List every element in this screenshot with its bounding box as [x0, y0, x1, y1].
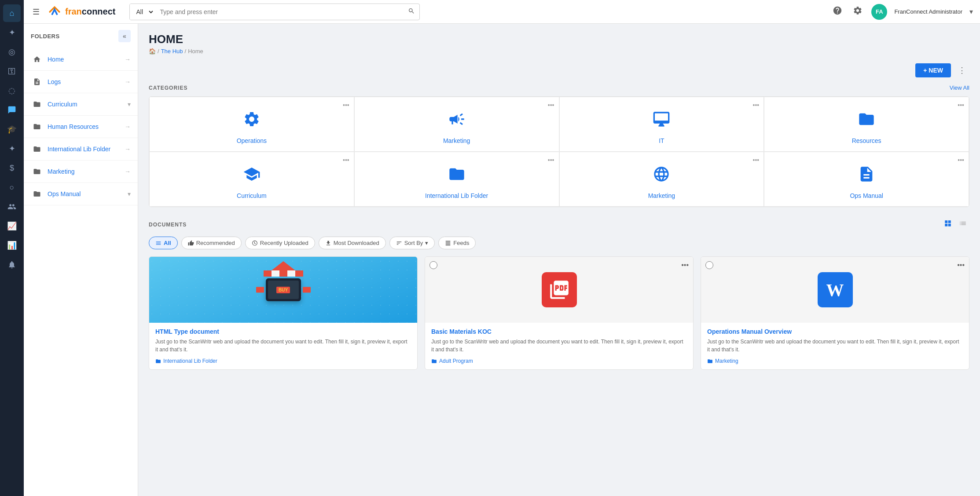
more-options-button[interactable]: ⋮ — [954, 64, 969, 77]
filter-all-label: All — [164, 240, 171, 246]
documents-grid: ••• BUY — [149, 256, 969, 370]
doc-card-header-ops: ••• W — [701, 257, 969, 323]
folders-sidebar: FOLDERS « Home → Logs → — [24, 24, 138, 496]
doc-desc-ops: Just go to the ScanWritr web and upload … — [707, 338, 963, 354]
hr-folder-icon — [31, 120, 43, 133]
breadcrumb-separator2: / — [185, 48, 187, 55]
sidebar-item-ops-manual[interactable]: Ops Manual ▾ — [24, 183, 138, 205]
category-card-intl-lib[interactable]: ••• International Lib Folder — [354, 152, 559, 207]
doc-select-basic[interactable] — [429, 261, 437, 269]
nav-chat-icon[interactable] — [3, 101, 21, 119]
new-button[interactable]: + NEW — [915, 63, 951, 77]
sidebar-item-marketing[interactable]: Marketing → — [24, 160, 138, 183]
curriculum-label: Curriculum — [237, 192, 267, 199]
operations-more-button[interactable]: ••• — [343, 102, 349, 109]
category-card-marketing2[interactable]: ••• Marketing — [559, 152, 764, 207]
filter-all-button[interactable]: All — [149, 237, 178, 249]
ops-manual-icon — [858, 165, 875, 187]
nav-people-icon[interactable] — [3, 198, 21, 215]
sidebar-hr-arrow: → — [125, 123, 131, 130]
sidebar-home-arrow: → — [125, 56, 131, 63]
hamburger-button[interactable]: ☰ — [31, 5, 41, 18]
doc-card-body-ops: Operations Manual Overview Just go to th… — [701, 323, 969, 369]
sidebar-logs-arrow: → — [125, 78, 131, 85]
sidebar-marketing-label: Marketing — [48, 168, 125, 175]
category-card-resources[interactable]: ••• Resources — [764, 97, 969, 152]
logo-fran: fran — [65, 7, 82, 16]
search-button[interactable] — [404, 7, 419, 16]
doc-folder-name-basic: Adult Program — [439, 358, 473, 364]
marketing2-more-button[interactable]: ••• — [753, 157, 760, 164]
doc-folder-html[interactable]: International Lib Folder — [155, 358, 411, 364]
nav-grad-icon[interactable]: 🎓 — [3, 120, 21, 138]
nav-chart-icon[interactable]: 📊 — [3, 237, 21, 254]
nav-analytics-icon[interactable]: ✦ — [3, 24, 21, 41]
sidebar-item-hr[interactable]: Human Resources → — [24, 116, 138, 138]
sidebar-item-curriculum[interactable]: Curriculum ▾ — [24, 93, 138, 116]
list-view-button[interactable] — [956, 218, 969, 231]
category-card-marketing[interactable]: ••• Marketing — [354, 97, 559, 152]
doc-folder-ops[interactable]: Marketing — [707, 358, 963, 364]
filter-recommended-button[interactable]: Recommended — [181, 237, 242, 249]
sidebar-item-home[interactable]: Home → — [24, 48, 138, 71]
nav-bell-icon[interactable] — [3, 256, 21, 274]
user-chevron-icon[interactable]: ▾ — [969, 7, 973, 16]
categories-grid: ••• Operations ••• Marketing — [149, 97, 969, 207]
nav-globe-icon[interactable]: ○ — [3, 179, 21, 196]
nav-star-icon[interactable]: ✦ — [3, 140, 21, 157]
left-navigation: ⌂ ✦ ◎ ⚿ ◌ 🎓 ✦ $ ○ 📈 📊 — [0, 0, 24, 496]
resources-more-button[interactable]: ••• — [958, 102, 964, 109]
it-more-button[interactable]: ••• — [753, 102, 760, 109]
doc-folder-basic[interactable]: Adult Program — [431, 358, 687, 364]
grid-view-button[interactable] — [941, 218, 954, 231]
doc-select-ops[interactable] — [705, 261, 713, 269]
search-input[interactable] — [154, 4, 404, 20]
filter-recently-button[interactable]: Recently Uploaded — [245, 237, 315, 249]
user-name-label[interactable]: FranConnect Administrator — [894, 8, 962, 15]
breadcrumb-current: Home — [188, 48, 203, 55]
nav-circle-icon[interactable]: ◌ — [3, 82, 21, 99]
nav-money-icon[interactable]: $ — [3, 159, 21, 177]
nav-home-icon[interactable]: ⌂ — [3, 4, 21, 22]
filter-feeds-button[interactable]: Feeds — [438, 237, 476, 249]
doc-more-basic[interactable]: ••• — [681, 261, 689, 269]
sidebar-item-international[interactable]: International Lib Folder → — [24, 138, 138, 160]
doc-card-header-html: ••• BUY — [149, 257, 417, 323]
curriculum-more-button[interactable]: ••• — [343, 157, 349, 164]
intl-lib-icon — [448, 165, 466, 187]
sidebar-collapse-button[interactable]: « — [118, 30, 131, 42]
intl-lib-more-button[interactable]: ••• — [548, 157, 554, 164]
filter-downloaded-button[interactable]: Most Downloaded — [319, 237, 386, 249]
category-card-curriculum[interactable]: ••• Curriculum — [149, 152, 354, 207]
ops-manual-more-button[interactable]: ••• — [958, 157, 964, 164]
sidebar-curriculum-chevron: ▾ — [128, 101, 131, 108]
documents-title: DOCUMENTS — [149, 222, 187, 228]
category-card-ops-manual[interactable]: ••• Ops Manual — [764, 152, 969, 207]
resources-icon — [858, 110, 875, 132]
category-card-it[interactable]: ••• IT — [559, 97, 764, 152]
doc-more-ops[interactable]: ••• — [957, 261, 965, 269]
nav-eye-icon[interactable]: ◎ — [3, 43, 21, 61]
search-filter-select[interactable]: All — [130, 4, 154, 20]
curriculum-folder-icon — [31, 98, 43, 110]
breadcrumb-hub-link[interactable]: The Hub — [161, 48, 183, 55]
header-actions: FA FranConnect Administrator ▾ — [831, 4, 973, 20]
doc-title-html: HTML Type document — [155, 328, 411, 335]
search-bar: All — [129, 4, 420, 20]
it-icon — [653, 110, 670, 132]
doc-folder-name-ops: Marketing — [715, 358, 738, 364]
sidebar-item-logs[interactable]: Logs → — [24, 71, 138, 93]
filter-sortby-button[interactable]: Sort By ▾ — [389, 237, 435, 249]
nav-key-icon[interactable]: ⚿ — [3, 62, 21, 80]
category-card-operations[interactable]: ••• Operations — [149, 97, 354, 152]
help-button[interactable] — [831, 4, 844, 19]
marketing-more-button[interactable]: ••• — [548, 102, 554, 109]
sidebar-home-label: Home — [48, 56, 125, 63]
settings-button[interactable] — [851, 4, 864, 19]
doc-card-body-basic: Basic Materials KOC Just go to the ScanW… — [425, 323, 693, 369]
sidebar-marketing-arrow: → — [125, 168, 131, 175]
categories-view-all[interactable]: View All — [950, 84, 969, 91]
sidebar-curriculum-label: Curriculum — [48, 101, 128, 108]
sidebar-header: FOLDERS « — [24, 24, 138, 48]
nav-graph-icon[interactable]: 📈 — [3, 217, 21, 235]
